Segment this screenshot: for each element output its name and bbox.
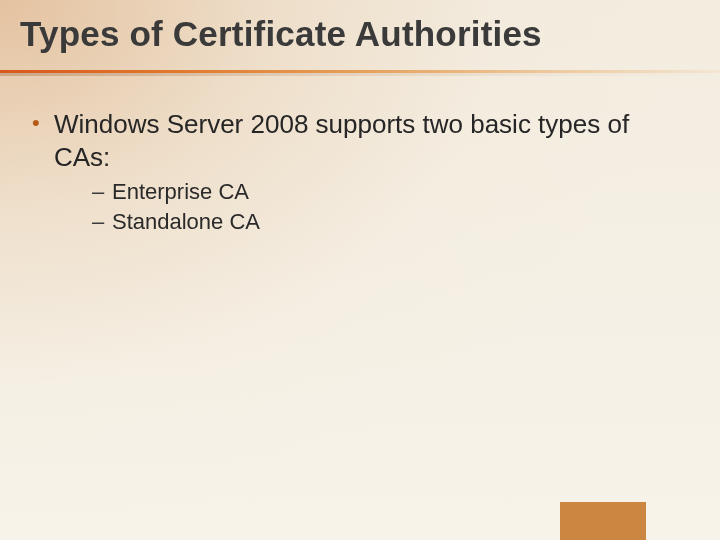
accent-block bbox=[560, 502, 646, 540]
sub-bullet-text: Enterprise CA bbox=[112, 179, 249, 204]
bullet-level2: Enterprise CA bbox=[90, 177, 680, 207]
bullet-level1: Windows Server 2008 supports two basic t… bbox=[28, 108, 680, 236]
bullet-text: Windows Server 2008 supports two basic t… bbox=[54, 109, 629, 172]
bullet-level2: Standalone CA bbox=[90, 207, 680, 237]
sub-bullet-group: Enterprise CA Standalone CA bbox=[90, 177, 680, 236]
title-underline bbox=[0, 70, 720, 76]
underline-shadow bbox=[0, 73, 720, 76]
slide-title: Types of Certificate Authorities bbox=[20, 14, 542, 54]
slide: Types of Certificate Authorities Windows… bbox=[0, 0, 720, 540]
sub-bullet-text: Standalone CA bbox=[112, 209, 260, 234]
slide-body: Windows Server 2008 supports two basic t… bbox=[28, 108, 680, 250]
